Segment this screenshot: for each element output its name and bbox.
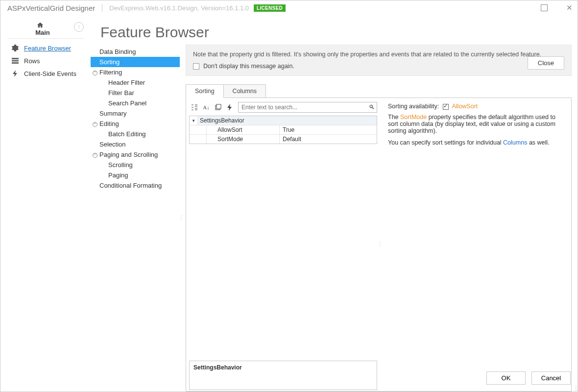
sortmode-link[interactable]: SortMode: [400, 114, 427, 121]
availability-label: Sorting availability:: [388, 103, 439, 110]
property-name: AllowSort: [206, 125, 280, 134]
gear-icon: [11, 44, 19, 52]
sidebar-item-label: Feature Browser: [24, 45, 71, 52]
sidebar-item-feature-browser[interactable]: Feature Browser: [0, 42, 91, 54]
feature-item-editing[interactable]: Editing: [91, 119, 180, 129]
feature-item-paging-scrolling[interactable]: Paging and Scrolling: [91, 149, 180, 160]
ok-button[interactable]: OK: [486, 371, 526, 385]
sidebar-item-client-events[interactable]: Client-Side Events: [0, 67, 91, 80]
allow-sort-link[interactable]: AllowSort: [452, 103, 478, 110]
feature-item-data-binding[interactable]: Data Binding: [91, 47, 180, 57]
notice-text: Note that the property grid is filtered.…: [193, 51, 564, 58]
feature-item-filtering[interactable]: Filtering: [91, 67, 180, 77]
resize-grip[interactable]: .:.:.: [575, 385, 576, 390]
search-icon[interactable]: 🔍︎: [369, 104, 375, 111]
filter-notice: Note that the property grid is filtered.…: [186, 45, 572, 76]
property-value[interactable]: True: [280, 125, 377, 134]
categorize-icon[interactable]: [189, 102, 200, 113]
sidebar-item-label: Rows: [24, 57, 40, 65]
notice-close-button[interactable]: Close: [528, 56, 564, 70]
page-title: Feature Browser: [91, 15, 572, 45]
license-badge: LICENSED: [254, 4, 286, 12]
feature-item-conditional-formating[interactable]: Conditional Formating: [91, 180, 180, 191]
cancel-button[interactable]: Cancel: [531, 371, 571, 385]
sidebar-item-label: Client-Side Events: [24, 70, 76, 77]
property-search-input[interactable]: [238, 102, 377, 113]
maximize-button[interactable]: [541, 4, 548, 11]
property-description: SettingsBehavior: [189, 361, 377, 390]
feature-item-selection[interactable]: Selection: [91, 139, 180, 149]
property-value[interactable]: Default: [280, 135, 377, 144]
sidebar-item-label: Main: [35, 29, 50, 36]
tab-sorting[interactable]: Sorting: [186, 84, 224, 98]
feature-item-summary[interactable]: Summary: [91, 108, 180, 119]
events-bolt-icon[interactable]: [224, 102, 235, 113]
svg-rect-1: [12, 60, 19, 62]
feature-item-header-filter[interactable]: Header Filter: [91, 77, 180, 88]
feature-item-search-panel[interactable]: Search Panel: [91, 98, 180, 108]
feature-item-filter-bar[interactable]: Filter Bar: [91, 88, 180, 98]
svg-rect-4: [217, 104, 221, 109]
feature-item-batch-editing[interactable]: Batch Editing: [91, 129, 180, 139]
property-pages-icon[interactable]: [213, 102, 223, 113]
home-icon: [36, 21, 44, 29]
svg-rect-2: [12, 62, 19, 64]
close-window-button[interactable]: ✕: [566, 4, 573, 11]
svg-rect-0: [12, 58, 19, 59]
sidebar-item-rows[interactable]: Rows: [0, 54, 91, 67]
window-title: ASPxVerticalGrid Designer: [7, 4, 95, 12]
sort-az-icon[interactable]: A↓: [201, 102, 212, 113]
property-row[interactable]: SortMode Default: [190, 135, 377, 144]
property-group-row[interactable]: ▾ SettingsBehavior: [190, 116, 377, 125]
feature-item-scrolling[interactable]: Scrolling: [91, 160, 180, 170]
window-subtitle: DevExpress.Web.v16.1.Design, Version=16.…: [109, 4, 249, 12]
property-name: SortMode: [206, 135, 280, 144]
rows-icon: [11, 57, 19, 65]
bolt-icon: [11, 70, 19, 77]
nav-up-button[interactable]: ↑: [74, 22, 84, 32]
collapse-icon[interactable]: ▾: [190, 116, 197, 125]
property-row[interactable]: AllowSort True: [190, 125, 377, 135]
property-group-name: SettingsBehavior: [197, 116, 377, 125]
allow-sort-checkbox[interactable]: [443, 104, 449, 110]
dont-display-label: Don't display this message again.: [203, 63, 294, 70]
title-divider: [102, 4, 102, 12]
columns-link[interactable]: Columns: [503, 139, 527, 146]
property-grid: ▾ SettingsBehavior AllowSort True SortMo…: [189, 116, 377, 144]
feature-tree: Data Binding Sorting Filtering Header Fi…: [91, 45, 180, 392]
feature-item-paging[interactable]: Paging: [91, 170, 180, 180]
tab-columns[interactable]: Columns: [224, 84, 266, 98]
dont-display-checkbox[interactable]: [193, 63, 199, 70]
feature-item-sorting[interactable]: Sorting: [91, 57, 180, 67]
